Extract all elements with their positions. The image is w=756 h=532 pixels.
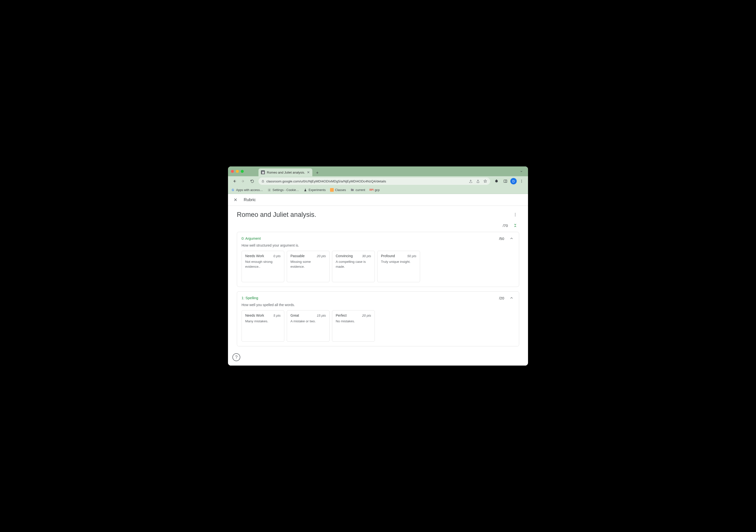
lock-icon [261, 180, 264, 183]
app-header: ✕ Rubric [228, 194, 528, 206]
bookmark-apps[interactable]: G Apps with access… [231, 188, 263, 192]
level-card[interactable]: Profound50 pts Truly unique insight. [377, 251, 420, 282]
google-icon: G [231, 188, 235, 192]
traffic-lights [231, 170, 244, 173]
address-bar[interactable]: classroom.google.com/u/0/c/NjEyMDI4ODIxM… [258, 177, 490, 185]
criterion-description: How well you spelled all the words. [237, 303, 519, 310]
levels-row: Needs Work5 pts Many mistakes. Great15 p… [237, 310, 519, 346]
tab-strip: ▤ Romeo and Juliet analysis. ✕ + [258, 167, 321, 176]
svg-rect-0 [504, 180, 507, 183]
bookmark-experiments[interactable]: Experiments [304, 188, 326, 192]
svg-point-4 [521, 182, 522, 182]
level-points: 5 pts [274, 314, 281, 317]
tab-title: Romeo and Juliet analysis. [267, 171, 305, 174]
browser-window: ▤ Romeo and Juliet analysis. ✕ + classro… [228, 167, 528, 365]
chevron-up-icon [509, 296, 514, 300]
level-title: Passable [290, 254, 305, 258]
level-title: Convincing [336, 254, 353, 258]
tabs-dropdown-button[interactable] [518, 169, 525, 174]
rubric-header-title: Rubric [244, 198, 256, 202]
browser-tab[interactable]: ▤ Romeo and Juliet analysis. ✕ [258, 169, 312, 176]
extensions-button[interactable] [493, 177, 500, 185]
svg-point-5 [269, 190, 270, 191]
chevron-up-icon [509, 236, 514, 241]
level-card[interactable]: Perfect20 pts No mistakes. [332, 310, 375, 342]
criterion-title: 1: Spelling [241, 296, 258, 300]
svg-point-6 [515, 213, 516, 214]
level-card[interactable]: Needs Work0 pts Not enough strong eviden… [241, 251, 284, 282]
level-points: 20 pts [317, 254, 326, 258]
svg-point-8 [515, 216, 516, 216]
bookmark-current[interactable]: current [350, 188, 365, 192]
toolbar-right: D [493, 177, 526, 185]
new-tab-button[interactable]: + [314, 170, 321, 176]
window-close-button[interactable] [231, 170, 234, 173]
classroom-icon [330, 188, 334, 192]
levels-row: Needs Work0 pts Not enough strong eviden… [237, 251, 519, 287]
level-description: Truly unique insight. [381, 259, 417, 264]
svg-point-3 [521, 181, 522, 181]
bookmarks-bar: G Apps with access… Settings - Cookie… E… [228, 186, 528, 194]
svg-point-2 [521, 180, 522, 180]
collapse-icon [513, 223, 517, 228]
page-content: ✕ Rubric Romeo and Juliet analysis. /70 [228, 194, 528, 365]
tab-close-button[interactable]: ✕ [307, 171, 310, 174]
level-description: Missing some evidence. [290, 259, 326, 269]
url-text: classroom.google.com/u/0/c/NjEyMDI4ODIxM… [266, 179, 386, 183]
share-icon[interactable] [476, 179, 480, 183]
level-card[interactable]: Needs Work5 pts Many mistakes. [241, 310, 284, 342]
forward-button[interactable] [239, 177, 247, 185]
arrow-left-icon [232, 179, 237, 183]
reload-icon [250, 179, 254, 183]
level-card[interactable]: Great15 pts A mistake or two. [287, 310, 330, 342]
question-mark-icon: ? [235, 355, 238, 360]
bookmark-settings[interactable]: Settings - Cookie… [267, 188, 299, 192]
level-points: 50 pts [407, 254, 417, 258]
rubric-body: Romeo and Juliet analysis. /70 0: Argume… [228, 206, 528, 365]
criterion-points: /50 [499, 236, 504, 241]
bookmark-classes[interactable]: Classes [330, 188, 346, 192]
criterion-collapse-button[interactable] [509, 235, 515, 241]
help-button[interactable]: ? [232, 353, 240, 361]
criterion-card: 0: Argument /50 How well structured your… [237, 232, 519, 287]
rpi-icon: RPI [370, 188, 374, 192]
flask-icon [304, 188, 308, 192]
folder-icon [350, 188, 354, 192]
svg-point-7 [515, 214, 516, 215]
level-points: 30 pts [362, 254, 371, 258]
level-title: Needs Work [245, 254, 264, 258]
level-description: A mistake or two. [290, 319, 326, 324]
level-description: A compelling case is made. [336, 259, 371, 269]
browser-menu-button[interactable] [518, 177, 526, 185]
level-title: Perfect [336, 313, 346, 317]
panel-icon [503, 179, 507, 183]
bookmark-rpi[interactable]: RPI gcp [370, 188, 380, 192]
chevron-down-icon [520, 170, 523, 173]
criterion-header: 0: Argument /50 [237, 232, 519, 243]
level-card[interactable]: Passable20 pts Missing some evidence. [287, 251, 330, 282]
back-button[interactable] [230, 177, 238, 185]
level-card[interactable]: Convincing30 pts A compelling case is ma… [332, 251, 375, 282]
collapse-all-button[interactable] [512, 223, 518, 228]
window-maximize-button[interactable] [241, 170, 244, 173]
arrow-right-icon [241, 179, 245, 183]
install-icon[interactable] [469, 179, 473, 183]
close-rubric-button[interactable]: ✕ [232, 197, 238, 202]
bookmark-star-icon[interactable] [483, 179, 487, 183]
criterion-points: /20 [499, 296, 504, 300]
side-panel-button[interactable] [501, 177, 509, 185]
omnibox-actions [469, 179, 487, 183]
criterion-header: 1: Spelling /20 [237, 292, 519, 303]
total-points-row: /70 [237, 221, 519, 232]
level-description: Not enough strong evidence.. [245, 259, 281, 269]
window-minimize-button[interactable] [236, 170, 239, 173]
page-title-row: Romeo and Juliet analysis. [237, 211, 519, 219]
assignment-more-button[interactable] [511, 211, 519, 219]
gear-icon [267, 188, 271, 192]
criterion-collapse-button[interactable] [509, 295, 515, 301]
level-title: Great [290, 313, 299, 317]
criterion-card: 1: Spelling /20 How well you spelled all… [237, 291, 519, 346]
reload-button[interactable] [248, 177, 256, 185]
profile-avatar[interactable]: D [510, 178, 517, 184]
criterion-title: 0: Argument [241, 236, 261, 240]
